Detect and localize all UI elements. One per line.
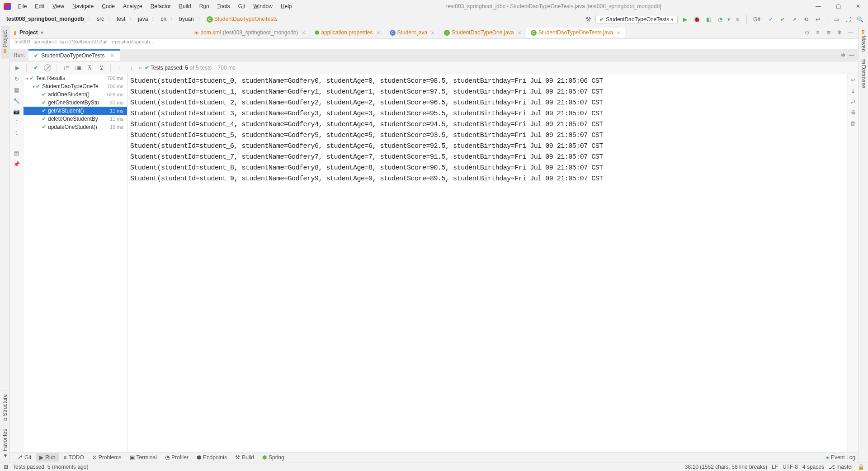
collapse-all-icon[interactable]: ⊻ <box>97 63 106 72</box>
soft-wrap-icon[interactable]: ↩ <box>851 77 855 83</box>
profile-button[interactable]: ◔ <box>716 15 725 24</box>
bottom-tab-problems[interactable]: ⊘ Problems <box>89 453 125 462</box>
close-tab-icon[interactable]: ✕ <box>431 30 434 35</box>
next-test-icon[interactable]: ↓ <box>127 63 136 72</box>
lock-icon[interactable]: 🔒 <box>858 464 864 470</box>
favorites-tool-tab[interactable]: ★ Favorites <box>1 425 9 462</box>
status-line-separator[interactable]: LF <box>772 464 778 470</box>
git-rollback-icon[interactable]: ↩ <box>813 15 822 24</box>
prev-test-icon[interactable]: ↑ <box>115 63 124 72</box>
close-tab-icon[interactable]: ✕ <box>377 30 380 35</box>
close-tab-icon[interactable]: ✕ <box>617 30 620 35</box>
debug-button[interactable]: 🐞 <box>692 15 701 24</box>
truncated-project-row[interactable]: test001_springboot_jsp D:\Software\Git\g… <box>10 39 191 47</box>
show-passed-icon[interactable]: ✔ <box>31 63 40 72</box>
run-button[interactable]: ▶ <box>680 15 689 24</box>
search-everywhere-icon[interactable]: 🔍 <box>855 15 864 24</box>
crumb-file[interactable]: CStudentDaoTypeOneTests <box>204 15 280 24</box>
git-commit-icon[interactable]: ✔ <box>778 15 787 24</box>
close-tab-icon[interactable]: ✕ <box>302 30 305 35</box>
status-caret-pos[interactable]: 38:10 (1552 chars, 58 line breaks) <box>685 464 767 470</box>
bottom-tab-profiler[interactable]: ◔ Profiler <box>161 453 192 462</box>
stop-button[interactable]: ■ <box>733 15 742 24</box>
database-tool-tab[interactable]: 🗄 Database <box>859 55 868 92</box>
crumb-src[interactable]: src <box>94 15 107 23</box>
print-icon[interactable]: 🖶 <box>850 109 856 116</box>
expand-all-icon[interactable]: ⊼ <box>85 63 94 72</box>
rerun-button[interactable]: ▶ <box>13 63 22 72</box>
scroll-to-end-icon[interactable]: ⤓ <box>851 88 855 94</box>
compare-icon[interactable]: ⇄ <box>851 99 855 105</box>
menu-tools[interactable]: Tools <box>214 2 234 10</box>
test-tree[interactable]: ▾ ✔ Test Results 700 ms ▾ ✔ StudentDaoTy… <box>24 74 127 452</box>
crumb-project[interactable]: test008_springboot_mongodb <box>4 15 87 23</box>
menu-navigate[interactable]: Navigate <box>69 2 97 10</box>
export-icon[interactable]: ⤴ <box>15 119 18 126</box>
status-indent[interactable]: 4 spaces <box>802 464 824 470</box>
toggle-auto-test-icon[interactable]: ▦ <box>14 87 19 93</box>
clear-icon[interactable]: 🗑 <box>850 120 856 127</box>
git-pull-icon[interactable]: ✓ <box>766 15 775 24</box>
menu-analyze[interactable]: Analyze <box>119 2 146 10</box>
layout-icon[interactable]: ▤ <box>14 150 19 156</box>
chevron-down-icon[interactable]: ▾ <box>41 29 43 36</box>
editor-tab-tests[interactable]: CStudentDaoTypeOneTests.java✕ <box>526 28 625 38</box>
test-row[interactable]: ✔updateOneStudent()19 ms <box>24 123 127 131</box>
chevron-down-icon[interactable]: ▾ <box>33 84 35 89</box>
status-tool-windows-icon[interactable]: ⊞ <box>4 464 8 470</box>
bottom-tab-spring[interactable]: ⬢ Spring <box>259 453 288 462</box>
status-encoding[interactable]: UTF-8 <box>783 464 798 470</box>
more-run-icon[interactable]: ▾ <box>727 16 730 23</box>
structure-tool-tab[interactable]: ⧉ Structure <box>1 390 9 425</box>
run-config-selector[interactable]: ✔ StudentDaoTypeOneTests ▾ <box>595 15 678 24</box>
hide-panel-icon[interactable]: ― <box>849 52 854 58</box>
close-button[interactable]: ✕ <box>852 3 864 9</box>
test-row[interactable]: ✔addOneStudent()628 ms <box>24 90 127 99</box>
gear-icon[interactable]: ✻ <box>841 52 845 58</box>
test-row-selected[interactable]: ✔getAllStudent()11 ms <box>24 107 127 115</box>
show-ignored-icon[interactable] <box>43 63 52 72</box>
console-output[interactable]: Student(studentId=student_0, studentName… <box>127 74 847 452</box>
tree-class[interactable]: ▾ ✔ StudentDaoTypeOneTe 700 ms <box>24 82 127 90</box>
tree-root[interactable]: ▾ ✔ Test Results 700 ms <box>24 74 127 82</box>
minimize-button[interactable]: ― <box>812 3 825 9</box>
menu-refactor[interactable]: Refactor <box>147 2 175 10</box>
maven-tool-tab[interactable]: m Maven <box>859 26 868 55</box>
event-log-button[interactable]: ●Event Log <box>826 454 855 461</box>
project-tool-tab[interactable]: ▮ Project <box>1 26 9 58</box>
coverage-button[interactable]: ◧ <box>704 15 713 24</box>
menu-code[interactable]: Code <box>98 2 118 10</box>
menu-edit[interactable]: Edit <box>31 2 48 10</box>
crumb-byuan[interactable]: byuan <box>176 15 197 23</box>
editor-tab-props[interactable]: ⬢application.properties✕ <box>310 28 385 38</box>
crumb-test[interactable]: test <box>114 15 128 23</box>
git-history-icon[interactable]: ⟲ <box>802 15 811 24</box>
bottom-tab-terminal[interactable]: ▣ Terminal <box>126 453 160 462</box>
bottom-tab-build[interactable]: ⚒ Build <box>231 453 258 462</box>
menu-git[interactable]: Git <box>235 2 249 10</box>
project-header-label[interactable]: Project <box>19 29 38 36</box>
wrench-icon[interactable]: 🔧 <box>13 98 20 104</box>
git-push-icon[interactable]: ↗ <box>790 15 799 24</box>
pin-icon[interactable]: 📌 <box>13 161 20 167</box>
menu-run[interactable]: Run <box>196 2 213 10</box>
bottom-tab-todo[interactable]: ≡ TODO <box>60 453 87 462</box>
editor-tab-dao[interactable]: IStudentDaoTypeOne.java✕ <box>439 28 526 38</box>
import-icon[interactable]: ⤵ <box>15 130 18 137</box>
test-row[interactable]: ✔deleteOneStudentBy11 ms <box>24 115 127 123</box>
close-tab-icon[interactable]: ✕ <box>110 52 114 59</box>
maximize-button[interactable]: ▢ <box>832 3 844 9</box>
rerun-failed-icon[interactable]: ↻ <box>14 76 19 82</box>
crumb-java[interactable]: java <box>135 15 151 23</box>
build-icon[interactable]: ⚒ <box>584 15 593 24</box>
editor-tab-pom[interactable]: mpom.xml (test008_springboot_mongodb)✕ <box>190 28 310 38</box>
chevron-down-icon[interactable]: ▾ <box>26 76 28 81</box>
crumb-cn[interactable]: cn <box>158 15 169 23</box>
editor-tab-student[interactable]: CStudent.java✕ <box>385 28 440 38</box>
bottom-tab-git[interactable]: ⎇ Git <box>13 453 35 462</box>
screenshot-icon[interactable]: 📷 <box>13 108 20 115</box>
run-tab[interactable]: ✔ StudentDaoTypeOneTests ✕ <box>28 49 120 61</box>
close-tab-icon[interactable]: ✕ <box>518 30 521 35</box>
menu-window[interactable]: Window <box>250 2 276 10</box>
menu-build[interactable]: Build <box>175 2 195 10</box>
